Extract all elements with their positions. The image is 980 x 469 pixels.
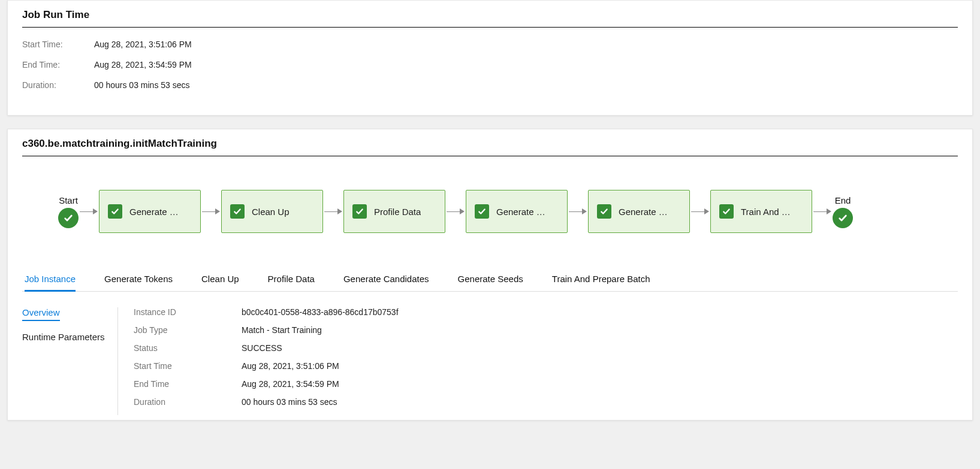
overview-row: StatusSUCCESS [134, 343, 958, 353]
overview-value: 00 hours 03 mins 53 secs [242, 397, 337, 407]
flow-end-label: End [835, 195, 851, 205]
overview-panel: Instance IDb0c0c401-0558-4833-a896-86cd1… [118, 307, 958, 415]
side-tab-bar: OverviewRuntime Parameters [22, 307, 118, 415]
tab[interactable]: Train And Prepare Batch [552, 269, 650, 292]
flow-step[interactable]: Profile Data [343, 190, 445, 233]
overview-row: Instance IDb0c0c401-0558-4833-a896-86cd1… [134, 307, 958, 317]
overview-row: Start TimeAug 28, 2021, 3:51:06 PM [134, 361, 958, 371]
flow-step-label: Clean Up [252, 207, 290, 217]
flow-step[interactable]: Clean Up [221, 190, 323, 233]
job-card: c360.be.matchtraining.initMatchTraining … [7, 129, 973, 420]
overview-row: Job TypeMatch - Start Training [134, 325, 958, 335]
flow-end-node[interactable]: End [833, 195, 853, 228]
overview-label: Instance ID [134, 307, 242, 317]
tab[interactable]: Generate Seeds [458, 269, 523, 292]
flow-diagram: StartGenerate …Clean UpProfile DataGener… [22, 168, 958, 251]
check-icon [352, 204, 367, 219]
flow-start-node[interactable]: Start [58, 195, 79, 228]
check-icon [58, 208, 79, 228]
flow-step[interactable]: Train And … [710, 190, 812, 233]
tab[interactable]: Generate Candidates [343, 269, 429, 292]
overview-label: Start Time [134, 361, 242, 371]
overview-row: End TimeAug 28, 2021, 3:54:59 PM [134, 379, 958, 389]
start-time-value: Aug 28, 2021, 3:51:06 PM [94, 40, 192, 49]
job-run-time-card: Job Run Time Start Time: Aug 28, 2021, 3… [7, 0, 973, 116]
flow-step-label: Generate … [619, 207, 668, 217]
tab-bar: Job InstanceGenerate TokensClean UpProfi… [22, 269, 958, 292]
flow-step-label: Train And … [741, 207, 791, 217]
duration-label: Duration: [22, 80, 94, 90]
flow-arrow [691, 208, 709, 214]
overview-label: Status [134, 343, 242, 353]
flow-step[interactable]: Generate … [466, 190, 568, 233]
check-icon [475, 204, 489, 219]
flow-arrow [80, 208, 98, 214]
check-icon [597, 204, 611, 219]
tab[interactable]: Generate Tokens [104, 269, 173, 292]
flow-arrow [813, 208, 831, 214]
flow-step-label: Profile Data [374, 207, 421, 217]
tab[interactable]: Clean Up [201, 269, 239, 292]
overview-value: Match - Start Training [242, 325, 322, 335]
overview-value: SUCCESS [242, 343, 282, 353]
duration-value: 00 hours 03 mins 53 secs [94, 80, 190, 90]
end-time-label: End Time: [22, 60, 94, 69]
flow-arrow [447, 208, 465, 214]
end-time-value: Aug 28, 2021, 3:54:59 PM [94, 60, 192, 69]
check-icon [719, 204, 734, 219]
overview-label: End Time [134, 379, 242, 389]
job-run-time-title: Job Run Time [22, 9, 958, 28]
flow-arrow [202, 208, 220, 214]
flow-step-label: Generate … [496, 207, 545, 217]
tab[interactable]: Job Instance [25, 269, 76, 292]
side-tab[interactable]: Overview [22, 307, 60, 321]
overview-label: Duration [134, 397, 242, 407]
overview-value: Aug 28, 2021, 3:51:06 PM [242, 361, 339, 371]
flow-arrow [569, 208, 587, 214]
tab[interactable]: Profile Data [268, 269, 315, 292]
flow-arrow [324, 208, 342, 214]
check-icon [230, 204, 245, 219]
overview-value: Aug 28, 2021, 3:54:59 PM [242, 379, 339, 389]
flow-start-label: Start [59, 195, 78, 205]
overview-row: Duration00 hours 03 mins 53 secs [134, 397, 958, 407]
flow-step-label: Generate … [129, 207, 179, 217]
start-time-label: Start Time: [22, 40, 94, 49]
job-title: c360.be.matchtraining.initMatchTraining [22, 138, 958, 156]
runtime-row-start: Start Time: Aug 28, 2021, 3:51:06 PM [22, 40, 958, 49]
side-tab[interactable]: Runtime Parameters [22, 332, 105, 344]
overview-label: Job Type [134, 325, 242, 335]
runtime-row-end: End Time: Aug 28, 2021, 3:54:59 PM [22, 60, 958, 69]
check-icon [108, 204, 122, 219]
flow-step[interactable]: Generate … [588, 190, 690, 233]
runtime-row-duration: Duration: 00 hours 03 mins 53 secs [22, 80, 958, 90]
check-icon [833, 208, 853, 228]
flow-step[interactable]: Generate … [99, 190, 201, 233]
overview-value: b0c0c401-0558-4833-a896-86cd17b0753f [242, 307, 399, 317]
